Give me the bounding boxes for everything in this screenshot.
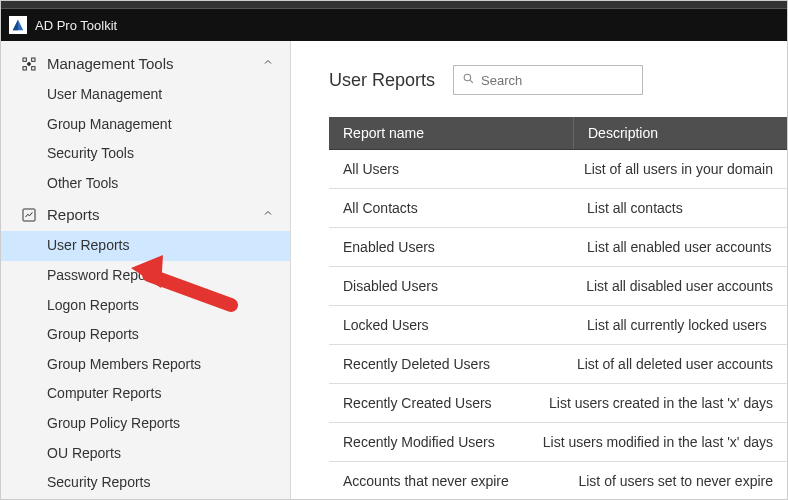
sidebar: Management Tools User Management Group M… xyxy=(1,41,291,499)
svg-point-4 xyxy=(28,62,31,65)
sidebar-item-label: Security Reports xyxy=(47,474,150,490)
sidebar-section-label: Reports xyxy=(47,206,100,223)
table-row[interactable]: Disabled Users List all disabled user ac… xyxy=(329,267,787,306)
table-row[interactable]: All Users List of all users in your doma… xyxy=(329,150,787,189)
table-row[interactable]: Recently Deleted Users List of all delet… xyxy=(329,345,787,384)
sidebar-item-security-tools[interactable]: Security Tools xyxy=(1,139,290,169)
page-title: User Reports xyxy=(329,70,435,91)
sidebar-item-label: Computer Reports xyxy=(47,385,161,401)
table-header: Report name Description xyxy=(329,117,787,150)
cell-report-name: All Contacts xyxy=(329,189,573,227)
cell-report-name: Disabled Users xyxy=(329,267,572,305)
sidebar-item-label: User Reports xyxy=(47,237,129,253)
sidebar-item-custom-reports[interactable]: Custom Reports xyxy=(1,498,290,499)
table-row[interactable]: Locked Users List all currently locked u… xyxy=(329,306,787,345)
search-box[interactable] xyxy=(453,65,643,95)
cell-description: List all contacts xyxy=(573,189,787,227)
main-content: User Reports Report name Description All… xyxy=(291,41,787,499)
cell-report-name: Enabled Users xyxy=(329,228,573,266)
sidebar-item-label: OU Reports xyxy=(47,445,121,461)
sidebar-item-logon-reports[interactable]: Logon Reports xyxy=(1,291,290,321)
column-header-description[interactable]: Description xyxy=(573,117,787,149)
sidebar-item-label: Security Tools xyxy=(47,145,134,161)
cell-description: List all disabled user accounts xyxy=(572,267,787,305)
cell-report-name: Recently Deleted Users xyxy=(329,345,563,383)
sidebar-section-reports[interactable]: Reports xyxy=(1,198,290,231)
column-header-report-name[interactable]: Report name xyxy=(329,117,573,149)
window-top-strip xyxy=(1,1,787,9)
sidebar-item-group-reports[interactable]: Group Reports xyxy=(1,320,290,350)
cell-report-name: Recently Created Users xyxy=(329,384,535,422)
cell-report-name: Locked Users xyxy=(329,306,573,344)
sidebar-item-ou-reports[interactable]: OU Reports xyxy=(1,439,290,469)
cell-report-name: Accounts that never expire xyxy=(329,462,564,499)
chevron-up-icon xyxy=(262,207,274,222)
table-row[interactable]: Recently Created Users List users create… xyxy=(329,384,787,423)
chevron-up-icon xyxy=(262,56,274,71)
table-row[interactable]: Enabled Users List all enabled user acco… xyxy=(329,228,787,267)
cell-description: List of all deleted user accounts xyxy=(563,345,787,383)
cell-description: List users created in the last 'x' days xyxy=(535,384,787,422)
table-row[interactable]: Accounts that never expire List of users… xyxy=(329,462,787,499)
sidebar-item-label: Group Policy Reports xyxy=(47,415,180,431)
search-input[interactable] xyxy=(481,73,649,88)
app-logo-icon xyxy=(9,16,27,34)
cell-description: List of users set to never expire xyxy=(564,462,787,499)
sidebar-item-label: Group Management xyxy=(47,116,172,132)
sidebar-section-management-tools[interactable]: Management Tools xyxy=(1,47,290,80)
sidebar-item-group-members-reports[interactable]: Group Members Reports xyxy=(1,350,290,380)
sidebar-item-label: User Management xyxy=(47,86,162,102)
sidebar-item-label: Password Reports xyxy=(47,267,161,283)
sidebar-item-group-policy-reports[interactable]: Group Policy Reports xyxy=(1,409,290,439)
svg-rect-0 xyxy=(23,58,26,61)
sidebar-item-password-reports[interactable]: Password Reports xyxy=(1,261,290,291)
svg-point-6 xyxy=(464,74,471,81)
sidebar-item-label: Other Tools xyxy=(47,175,118,191)
sidebar-item-user-management[interactable]: User Management xyxy=(1,80,290,110)
titlebar: AD Pro Toolkit xyxy=(1,9,787,41)
sidebar-item-label: Group Members Reports xyxy=(47,356,201,372)
table-row[interactable]: All Contacts List all contacts xyxy=(329,189,787,228)
cell-description: List users modified in the last 'x' days xyxy=(529,423,787,461)
sidebar-item-computer-reports[interactable]: Computer Reports xyxy=(1,379,290,409)
sidebar-item-user-reports[interactable]: User Reports xyxy=(1,231,290,261)
sidebar-item-group-management[interactable]: Group Management xyxy=(1,110,290,140)
svg-rect-2 xyxy=(23,66,26,69)
sidebar-item-label: Group Reports xyxy=(47,326,139,342)
sidebar-item-other-tools[interactable]: Other Tools xyxy=(1,169,290,199)
cell-report-name: All Users xyxy=(329,150,570,188)
sidebar-section-label: Management Tools xyxy=(47,55,173,72)
cell-description: List all enabled user accounts xyxy=(573,228,787,266)
cell-description: List of all users in your domain xyxy=(570,150,787,188)
table-row[interactable]: Recently Modified Users List users modif… xyxy=(329,423,787,462)
sidebar-item-label: Logon Reports xyxy=(47,297,139,313)
app-title: AD Pro Toolkit xyxy=(35,18,117,33)
search-icon xyxy=(462,72,475,88)
cell-description: List all currently locked users xyxy=(573,306,787,344)
reports-icon xyxy=(19,207,39,223)
cell-report-name: Recently Modified Users xyxy=(329,423,529,461)
management-tools-icon xyxy=(19,56,39,72)
svg-rect-3 xyxy=(32,66,35,69)
svg-rect-1 xyxy=(32,58,35,61)
sidebar-item-security-reports[interactable]: Security Reports xyxy=(1,468,290,498)
